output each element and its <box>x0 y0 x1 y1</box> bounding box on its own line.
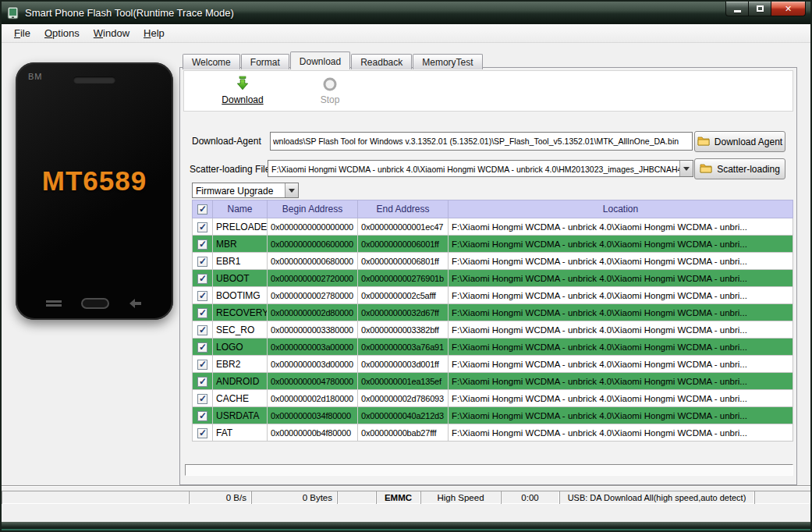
partition-table: Name Begin Address End Address Location … <box>192 200 793 442</box>
row-checkbox[interactable] <box>197 342 207 353</box>
table-row: LOGO0x0000000003a000000x0000000003a76a91… <box>193 339 793 356</box>
chevron-down-icon <box>683 167 690 171</box>
partition-location: F:\Xiaomi Hongmi WCDMA - unbrick 4.0\Xia… <box>449 356 793 373</box>
begin-address: 0x0000000003380000 <box>268 321 358 339</box>
header-begin-address: Begin Address <box>268 200 358 218</box>
app-window: Smart Phone Flash Tool(Runtime Trace Mod… <box>0 0 812 532</box>
download-icon <box>207 75 278 94</box>
menubar: FileOptionsWindowHelp <box>2 24 810 43</box>
row-checkbox[interactable] <box>197 428 207 438</box>
begin-address: 0x0000000000680000 <box>268 253 358 270</box>
close-button[interactable]: ✕ <box>771 2 806 16</box>
row-checkbox[interactable] <box>197 274 207 284</box>
phone-mockup: BM MT6589 <box>16 62 173 320</box>
tab-welcome[interactable]: Welcome <box>183 54 240 69</box>
begin-address: 0x0000000003a00000 <box>268 339 358 356</box>
partition-location: F:\Xiaomi Hongmi WCDMA - unbrick 4.0\Xia… <box>449 218 793 236</box>
scatter-loading-button-label: Scatter-loading <box>717 164 780 175</box>
status-elapsed-time: 0:00 <box>501 491 559 504</box>
status-speed: 0 B/s <box>189 491 251 504</box>
table-row: PRELOADER0x00000000000000000x00000000000… <box>193 218 793 236</box>
begin-address: 0x000000002d180000 <box>268 390 358 407</box>
begin-address: 0x0000000000000000 <box>268 218 358 236</box>
end-address: 0x000000000276901b <box>358 270 449 287</box>
status-usb-speed: High Speed <box>420 491 501 504</box>
scatter-loading-button[interactable]: Scatter-loading <box>694 158 785 179</box>
mode-dropdown-button[interactable] <box>285 183 298 197</box>
end-address: 0x0000000003382bff <box>358 321 449 339</box>
table-row: UBOOT0x00000000027200000x000000000276901… <box>193 270 793 287</box>
row-checkbox-cell <box>193 424 213 442</box>
menu-file[interactable]: File <box>7 25 37 41</box>
table-row: RECOVERY0x0000000002d800000x00000000032d… <box>193 304 793 321</box>
row-checkbox-cell <box>193 356 213 373</box>
partition-name: LOGO <box>213 339 268 356</box>
tab-memorytest[interactable]: MemoryTest <box>413 54 482 69</box>
partition-name: BOOTIMG <box>213 287 268 304</box>
partition-location: F:\Xiaomi Hongmi WCDMA - unbrick 4.0\Xia… <box>449 373 793 390</box>
partition-location: F:\Xiaomi Hongmi WCDMA - unbrick 4.0\Xia… <box>449 253 793 270</box>
maximize-button[interactable] <box>749 2 771 16</box>
table-row: CACHE0x000000002d1800000x000000002d78609… <box>193 390 793 407</box>
maximize-icon <box>757 5 764 12</box>
partition-name: CACHE <box>213 390 268 407</box>
partition-location: F:\Xiaomi Hongmi WCDMA - unbrick 4.0\Xia… <box>449 287 793 304</box>
menu-help[interactable]: Help <box>137 25 172 41</box>
scatter-file-value: F:\Xiaomi Hongmi WCDMA - unbrick 4.0\Xia… <box>268 161 679 176</box>
menu-window[interactable]: Window <box>87 25 137 41</box>
download-agent-button[interactable]: Download Agent <box>694 131 785 152</box>
firmware-mode-combobox[interactable]: Firmware Upgrade <box>192 183 299 198</box>
row-checkbox[interactable] <box>197 377 207 387</box>
status-empty-cell <box>337 491 376 504</box>
row-checkbox[interactable] <box>197 325 207 335</box>
partition-table-body: PRELOADER0x00000000000000000x00000000000… <box>193 218 793 442</box>
phone-chip-label: MT6589 <box>16 165 173 197</box>
scatter-dropdown-button[interactable] <box>679 161 693 176</box>
tab-format[interactable]: Format <box>241 54 289 69</box>
end-address: 0x000000002d786093 <box>358 390 449 407</box>
download-action-button[interactable]: Download <box>207 75 278 105</box>
end-address: 0x00000000032d67ff <box>358 304 449 321</box>
begin-address: 0x0000000003d00000 <box>268 356 358 373</box>
partition-location: F:\Xiaomi Hongmi WCDMA - unbrick 4.0\Xia… <box>449 424 793 442</box>
scatter-file-label: Scatter-loading File <box>190 164 270 175</box>
menu-options[interactable]: Options <box>37 25 87 41</box>
status-storage-type: EMMC <box>376 491 420 504</box>
scatter-file-combobox[interactable]: F:\Xiaomi Hongmi WCDMA - unbrick 4.0\Xia… <box>268 160 693 177</box>
row-checkbox[interactable] <box>197 257 207 267</box>
download-agent-input[interactable] <box>270 132 693 151</box>
phone-back-icon <box>129 298 143 309</box>
window-bottom-frame <box>2 522 810 530</box>
row-checkbox[interactable] <box>197 394 207 404</box>
row-checkbox[interactable] <box>197 239 207 250</box>
table-row: MBR0x00000000006000000x00000000006001ffF… <box>193 236 793 253</box>
tab-readback[interactable]: Readback <box>351 54 412 69</box>
minimize-button[interactable] <box>725 2 749 16</box>
toolbar: Download Stop <box>183 70 793 112</box>
select-all-checkbox[interactable] <box>197 204 207 215</box>
close-icon: ✕ <box>785 4 792 14</box>
row-checkbox[interactable] <box>197 411 207 421</box>
end-address: 0x0000000003a76a91 <box>358 339 449 356</box>
row-checkbox-cell <box>193 218 213 236</box>
begin-address: 0x0000000002d80000 <box>268 304 358 321</box>
row-checkbox[interactable] <box>197 308 207 318</box>
folder-icon <box>700 163 712 176</box>
header-location: Location <box>449 200 793 218</box>
status-bytes: 0 Bytes <box>251 491 337 504</box>
row-checkbox-cell <box>193 236 213 253</box>
phone-brand-label: BM <box>28 72 43 81</box>
statusbar: 0 B/s 0 Bytes EMMC High Speed 0:00 USB: … <box>2 490 810 505</box>
row-checkbox[interactable] <box>197 291 207 301</box>
end-address: 0x0000000003d001ff <box>358 356 449 373</box>
stop-action-button[interactable]: Stop <box>295 75 365 105</box>
row-checkbox[interactable] <box>197 222 207 232</box>
end-address: 0x00000000bab27fff <box>358 424 449 442</box>
row-checkbox[interactable] <box>197 360 207 370</box>
statusbar-divider <box>2 485 810 487</box>
firmware-mode-value: Firmware Upgrade <box>193 183 285 197</box>
partition-location: F:\Xiaomi Hongmi WCDMA - unbrick 4.0\Xia… <box>449 390 793 407</box>
partition-location: F:\Xiaomi Hongmi WCDMA - unbrick 4.0\Xia… <box>449 339 793 356</box>
end-address: 0x0000000040a212d3 <box>358 407 449 424</box>
tab-download[interactable]: Download <box>290 51 350 69</box>
